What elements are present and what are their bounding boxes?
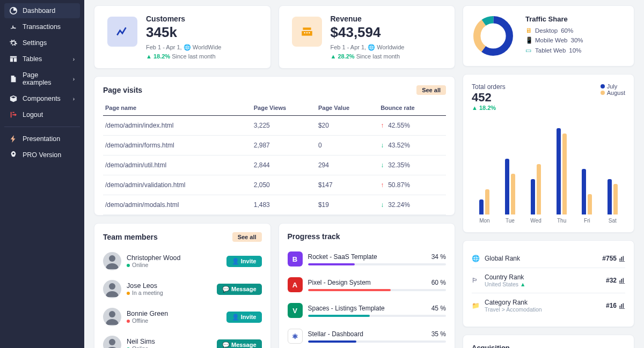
project-pct: 45 % bbox=[431, 305, 446, 312]
bar-group: Sat bbox=[608, 123, 618, 224]
main-content: Customers 345k Feb 1 - Apr 1, 🌐 WorldWid… bbox=[84, 0, 644, 348]
see-all-button[interactable]: See all bbox=[416, 85, 446, 95]
acquisition-title: Acquisition bbox=[472, 344, 625, 348]
table-row[interactable]: /demo/admin/util.html2,844294↓32.35% bbox=[103, 156, 446, 175]
sidebar-item-logout[interactable]: Logout bbox=[4, 107, 80, 122]
project-name: Pixel - Design System bbox=[308, 279, 371, 286]
message-button[interactable]: 💬 Message bbox=[217, 339, 262, 349]
bar-label: Fri bbox=[584, 218, 590, 224]
sidebar-item-label: Tables bbox=[23, 55, 42, 63]
bar-august bbox=[537, 164, 541, 214]
col-page-name: Page name bbox=[103, 100, 252, 116]
svg-rect-0 bbox=[303, 27, 311, 29]
svg-point-11 bbox=[109, 339, 115, 345]
orders-bar-chart: MonTueWedThuFriSat bbox=[472, 122, 625, 224]
rank-value: #755 bbox=[602, 255, 625, 262]
page-visits-table: Page name Page Views Page Value Bounce r… bbox=[103, 100, 446, 215]
pie-icon bbox=[10, 7, 17, 14]
bar-group: Mon bbox=[479, 123, 489, 224]
customers-period: Feb 1 - Apr 1, 🌐 WorldWide bbox=[146, 44, 221, 51]
gear-icon bbox=[10, 39, 17, 47]
bar-group: Tue bbox=[505, 123, 515, 224]
chart-icon bbox=[619, 277, 625, 284]
customers-delta: ▲ 18.2% Since last month bbox=[146, 53, 221, 60]
rank-title: Country Rank bbox=[485, 273, 525, 281]
project-icon: B bbox=[288, 251, 303, 266]
member-status: In a meeting bbox=[127, 290, 211, 296]
sidebar-item-dashboard[interactable]: Dashboard bbox=[4, 3, 80, 18]
team-title: Team members bbox=[103, 233, 158, 241]
sidebar-item-label: Presentation bbox=[23, 135, 60, 143]
project-icon: ⚛ bbox=[288, 329, 303, 344]
bar-august bbox=[562, 134, 567, 214]
cash-register-icon bbox=[292, 17, 322, 47]
bar-august bbox=[485, 189, 489, 214]
team-member-row: Bonnie Green Offline 👤 Invite bbox=[103, 303, 262, 331]
rocket-icon bbox=[10, 151, 17, 159]
chart-icon bbox=[619, 302, 625, 309]
globe-icon: 🌐 bbox=[184, 44, 191, 51]
table-row[interactable]: /demo/admin/modals.html1,483$19↓32.24% bbox=[103, 195, 446, 215]
sidebar-item-transactions[interactable]: Transactions bbox=[4, 19, 80, 34]
sidebar-item-label: Components bbox=[23, 95, 61, 102]
sidebar: Dashboard Transactions Settings Tables ›… bbox=[0, 0, 84, 348]
bar-august bbox=[613, 184, 618, 214]
traffic-title: Traffic Share bbox=[525, 15, 625, 23]
sidebar-item-label: Page examples bbox=[23, 71, 68, 86]
file-icon bbox=[10, 75, 17, 83]
bar-label: Mon bbox=[479, 218, 489, 224]
sidebar-item-components[interactable]: Components › bbox=[4, 91, 80, 106]
team-member-row: Neil Sims Online 💬 Message bbox=[103, 331, 262, 348]
donut-chart bbox=[472, 14, 515, 57]
col-bounce-rate: Bounce rate bbox=[378, 100, 446, 116]
bar-group: Fri bbox=[582, 123, 592, 224]
folder-icon: 📁 bbox=[472, 302, 479, 309]
bolt-icon bbox=[10, 135, 17, 143]
project-pct: 60 % bbox=[431, 279, 446, 286]
sidebar-item-tables[interactable]: Tables › bbox=[4, 51, 80, 66]
rank-row[interactable]: 📁 Category RankTravel > Accomodation #16 bbox=[472, 293, 625, 318]
bar-july bbox=[505, 159, 509, 214]
rank-row[interactable]: 🏳 Country RankUnited States ▲ #32 bbox=[472, 268, 625, 293]
progress-bar bbox=[308, 340, 447, 343]
bar-label: Sat bbox=[609, 218, 617, 224]
desktop-icon: 🖥 bbox=[525, 27, 532, 34]
orders-legend: July August bbox=[601, 83, 625, 96]
progress-track-card: Progress track B Rocket - SaaS Template3… bbox=[279, 223, 456, 348]
table-icon bbox=[10, 55, 17, 63]
message-button[interactable]: 💬 Message bbox=[217, 284, 262, 295]
progress-bar bbox=[308, 315, 447, 317]
avatar bbox=[103, 336, 121, 348]
sidebar-divider bbox=[4, 127, 80, 127]
bar-july bbox=[557, 128, 561, 214]
avatar bbox=[103, 252, 121, 270]
rank-title: Category Rank bbox=[485, 299, 542, 306]
rank-row[interactable]: 🌐 Global Rank #755 bbox=[472, 249, 625, 268]
table-row[interactable]: /demo/admin/validation.html2,050$147↑50.… bbox=[103, 175, 446, 195]
revenue-period: Feb 1 - Apr 1, 🌐 Worldwide bbox=[331, 44, 405, 51]
sidebar-item-pro[interactable]: PRO Version bbox=[4, 147, 80, 162]
svg-rect-3 bbox=[306, 32, 307, 33]
globe-icon: 🌐 bbox=[472, 255, 479, 262]
sidebar-item-page-examples[interactable]: Page examples › bbox=[4, 68, 80, 90]
traffic-item-tablet: ▭Tablet Web 10% bbox=[525, 47, 625, 54]
team-members-card: Team members See all Christopher Wood On… bbox=[94, 223, 271, 348]
project-pct: 34 % bbox=[431, 253, 446, 261]
member-name: Jose Leos bbox=[127, 282, 211, 290]
invite-button[interactable]: 👤 Invite bbox=[226, 256, 262, 267]
project-icon: A bbox=[288, 277, 303, 292]
bar-group: Wed bbox=[530, 123, 541, 224]
sidebar-item-presentation[interactable]: Presentation bbox=[4, 131, 80, 146]
sidebar-item-settings[interactable]: Settings bbox=[4, 35, 80, 50]
member-status: Offline bbox=[127, 317, 221, 324]
table-row[interactable]: /demo/admin/forms.html2,9870↓43.52% bbox=[103, 136, 446, 156]
bar-july bbox=[479, 199, 484, 214]
invite-button[interactable]: 👤 Invite bbox=[226, 312, 262, 323]
bar-label: Tue bbox=[506, 218, 515, 224]
progress-bar bbox=[308, 263, 447, 265]
page-visits-title: Page visits bbox=[103, 86, 142, 94]
see-all-button[interactable]: See all bbox=[232, 232, 262, 242]
team-member-row: Christopher Wood Online 👤 Invite bbox=[103, 247, 262, 275]
chart-icon bbox=[619, 255, 625, 262]
table-row[interactable]: /demo/admin/index.html3,225$20↑42.55% bbox=[103, 116, 446, 136]
